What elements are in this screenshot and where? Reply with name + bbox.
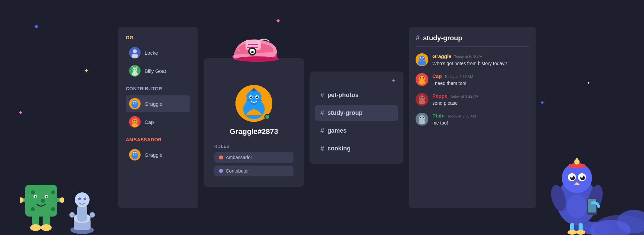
svg-point-131: [419, 120, 425, 124]
message-phibi-time: Today at 9:30 AM: [447, 114, 476, 118]
channels-panel: + # pet-photos # study-group # games # c…: [310, 72, 404, 164]
svg-point-59: [132, 67, 137, 72]
message-graggle-meta: Graggle Today at 9:18 AM: [432, 53, 530, 59]
svg-point-121: [419, 80, 425, 85]
ambassador-label: Ambassador: [226, 155, 252, 160]
avatar-graggle: [129, 98, 141, 109]
message-peppe-user: Peppe: [432, 93, 447, 99]
message-phibi-user: Phibi: [432, 113, 445, 119]
member-locke-name: Locke: [145, 50, 158, 56]
svg-point-61: [133, 69, 135, 70]
member-graggle[interactable]: Graggle: [126, 95, 190, 112]
message-phibi: Phibi Today at 9:30 AM me too!: [416, 113, 530, 127]
svg-point-84: [235, 56, 279, 62]
message-peppe-text: send please: [432, 100, 530, 107]
chat-avatar-phibi: [416, 113, 428, 126]
chat-panel: # study-group Graggle: [409, 27, 536, 208]
svg-point-119: [420, 79, 421, 80]
svg-point-114: [418, 60, 426, 65]
message-cap: Cap Today at 9:19 AM I need them too!: [416, 73, 530, 87]
svg-point-101: [251, 96, 252, 97]
channel-games-label: games: [327, 127, 346, 134]
svg-point-102: [257, 96, 258, 97]
og-section: OG Locke: [126, 35, 190, 79]
svg-point-106: [247, 99, 251, 101]
svg-point-113: [423, 58, 424, 58]
member-graggle-ambassador[interactable]: Graggle: [126, 146, 190, 163]
message-cap-text: I need them too!: [432, 80, 530, 87]
svg-point-117: [420, 77, 421, 79]
channel-cooking[interactable]: # cooking: [315, 141, 398, 156]
channel-pet-photos[interactable]: # pet-photos: [315, 87, 398, 103]
svg-point-69: [136, 102, 137, 102]
member-graggle-name: Graggle: [145, 101, 162, 107]
svg-point-62: [136, 69, 137, 70]
ambassador-title: Ambassador: [126, 137, 190, 142]
svg-point-124: [420, 97, 421, 98]
svg-point-118: [423, 77, 424, 79]
svg-point-105: [261, 97, 263, 100]
message-graggle-content: Graggle Today at 9:18 AM Who's got notes…: [432, 53, 530, 67]
ambassador-dot: [219, 155, 223, 159]
svg-point-76: [136, 121, 137, 122]
ambassador-section: Ambassador Graggle: [126, 137, 190, 163]
message-graggle-text: Who's got notes from history today?: [432, 60, 530, 67]
svg-point-68: [134, 102, 135, 102]
role-badge-contributor[interactable]: Contributor: [214, 166, 293, 176]
contributor-label: Contributor: [226, 168, 249, 174]
channel-study-group[interactable]: # study-group: [315, 105, 398, 121]
contributor-dot: [219, 169, 223, 173]
member-locke[interactable]: Locke: [126, 44, 190, 61]
role-badge-ambassador[interactable]: Ambassador: [214, 152, 293, 163]
message-peppe: Peppe Today at 9:22 AM send please: [416, 93, 530, 107]
svg-point-65: [132, 100, 137, 104]
chat-avatar-cap: [416, 73, 428, 86]
contributor-section: Contributor Graggle: [126, 86, 190, 130]
message-phibi-content: Phibi Today at 9:30 AM me too!: [432, 113, 530, 127]
message-graggle: Graggle Today at 9:18 AM Who's got notes…: [416, 53, 530, 67]
svg-point-60: [132, 72, 138, 76]
svg-point-79: [132, 151, 137, 155]
svg-point-120: [423, 79, 424, 80]
message-cap-content: Cap Today at 9:19 AM I need them too!: [432, 73, 530, 87]
avatar-billygoat: [129, 65, 141, 77]
channel-games[interactable]: # games: [315, 123, 398, 139]
svg-point-72: [132, 123, 138, 127]
svg-point-82: [134, 153, 135, 153]
member-billygoat[interactable]: Billy Goat: [126, 62, 190, 79]
og-title: OG: [126, 35, 190, 40]
message-graggle-user: Graggle: [432, 53, 451, 59]
profile-panel: ✦: [204, 58, 304, 187]
channel-pet-photos-label: pet-photos: [327, 92, 359, 99]
hash-icon-games: #: [320, 127, 324, 135]
svg-point-112: [420, 58, 421, 58]
contributor-title: Contributor: [126, 86, 190, 91]
message-phibi-meta: Phibi Today at 9:30 AM: [432, 113, 530, 119]
chat-header: # study-group: [416, 34, 530, 47]
member-cap[interactable]: Cap: [126, 113, 190, 130]
avatar-graggle-2: [129, 149, 141, 160]
svg-point-56: [133, 49, 137, 53]
svg-point-103: [252, 88, 256, 92]
profile-username: Graggle#2873: [212, 127, 296, 136]
chat-hash-icon: #: [416, 34, 420, 42]
message-peppe-meta: Peppe Today at 9:22 AM: [432, 93, 530, 99]
chat-channel-title: study-group: [423, 34, 462, 42]
roles-label: Roles: [214, 144, 293, 149]
svg-point-126: [419, 100, 425, 104]
message-cap-time: Today at 9:19 AM: [444, 75, 473, 79]
svg-point-104: [245, 97, 247, 100]
chat-avatar-graggle: [416, 53, 428, 66]
channel-study-group-label: study-group: [327, 109, 363, 116]
avatar-cap: [129, 116, 141, 128]
roles-section: Roles Ambassador Contributor: [212, 144, 296, 176]
svg-text:✦: ✦: [237, 48, 240, 52]
message-graggle-time: Today at 9:18 AM: [454, 55, 483, 59]
shoe-decoration: ✦: [227, 28, 281, 69]
svg-point-130: [423, 117, 424, 118]
profile-avatar: [235, 85, 272, 122]
chat-avatar-peppe: [416, 93, 428, 106]
message-peppe-time: Today at 9:22 AM: [450, 94, 479, 98]
hash-icon-study-group: #: [320, 109, 324, 117]
svg-point-107: [257, 99, 261, 101]
